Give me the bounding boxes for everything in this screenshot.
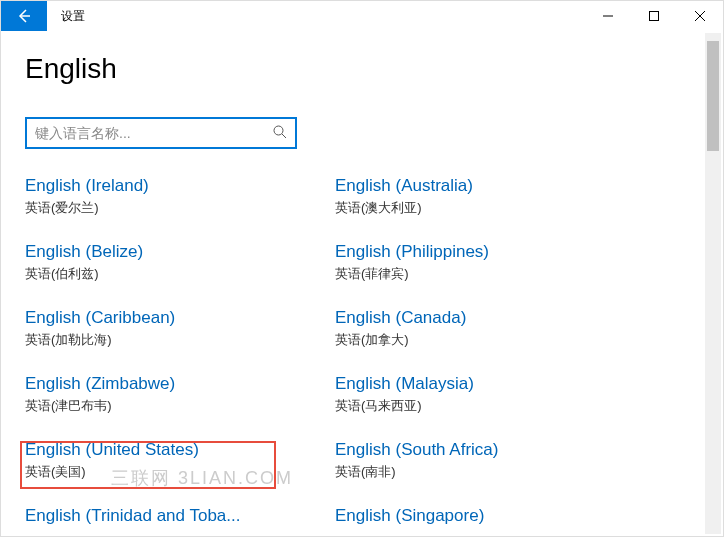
svg-point-1 — [274, 126, 283, 135]
language-english-name: English (Malaysia) — [335, 373, 615, 395]
language-english-name: English (Canada) — [335, 307, 615, 329]
language-english-name: English (Singapore) — [335, 505, 615, 527]
list-item[interactable]: English (Trinidad and Toba... — [25, 503, 335, 531]
language-english-name: English (Zimbabwe) — [25, 373, 305, 395]
language-english-name: English (Trinidad and Toba... — [25, 505, 305, 527]
list-item[interactable]: English (Belize)英语(伯利兹) — [25, 239, 335, 285]
language-local-name: 英语(南非) — [335, 463, 645, 481]
language-local-name: 英语(马来西亚) — [335, 397, 645, 415]
page-title: English — [25, 53, 699, 85]
search-input[interactable] — [35, 125, 273, 141]
list-item[interactable]: English (Singapore) — [335, 503, 645, 531]
scrollbar-thumb[interactable] — [707, 41, 719, 151]
maximize-button[interactable] — [631, 1, 677, 31]
list-item[interactable]: English (Malaysia)英语(马来西亚) — [335, 371, 645, 417]
list-item[interactable]: English (Caribbean)英语(加勒比海) — [25, 305, 335, 351]
svg-rect-0 — [650, 12, 659, 21]
language-column-right: English (Australia)英语(澳大利亚) English (Phi… — [335, 173, 645, 536]
scrollbar[interactable] — [705, 33, 721, 534]
search-icon — [273, 125, 287, 142]
language-local-name: 英语(菲律宾) — [335, 265, 645, 283]
language-english-name: English (Ireland) — [25, 175, 305, 197]
close-icon — [695, 11, 705, 21]
language-local-name: 英语(津巴布韦) — [25, 397, 335, 415]
content-area: English English (Ireland)英语(爱尔兰) English… — [1, 31, 723, 536]
list-item[interactable]: English (Australia)英语(澳大利亚) — [335, 173, 645, 219]
language-english-name: English (Philippines) — [335, 241, 615, 263]
language-english-name: English (Australia) — [335, 175, 615, 197]
list-item[interactable]: English (Canada)英语(加拿大) — [335, 305, 645, 351]
language-column-left: English (Ireland)英语(爱尔兰) English (Belize… — [25, 173, 335, 536]
window-title: 设置 — [47, 1, 99, 31]
language-english-name: English (Caribbean) — [25, 307, 305, 329]
language-english-name: English (South Africa) — [335, 439, 615, 461]
language-english-name: English (United States) — [25, 439, 305, 461]
minimize-icon — [603, 11, 613, 21]
language-local-name: 英语(澳大利亚) — [335, 199, 645, 217]
arrow-left-icon — [16, 8, 32, 24]
list-item[interactable]: English (United States)英语(美国) — [25, 437, 335, 483]
search-box[interactable] — [25, 117, 297, 149]
language-local-name: 英语(伯利兹) — [25, 265, 335, 283]
language-local-name: 英语(美国) — [25, 463, 335, 481]
maximize-icon — [649, 11, 659, 21]
minimize-button[interactable] — [585, 1, 631, 31]
language-list: English (Ireland)英语(爱尔兰) English (Belize… — [25, 173, 699, 536]
language-local-name: 英语(加拿大) — [335, 331, 645, 349]
language-english-name: English (Belize) — [25, 241, 305, 263]
list-item[interactable]: English (South Africa)英语(南非) — [335, 437, 645, 483]
language-local-name: 英语(爱尔兰) — [25, 199, 335, 217]
titlebar: 设置 — [1, 1, 723, 31]
list-item[interactable]: English (Ireland)英语(爱尔兰) — [25, 173, 335, 219]
back-button[interactable] — [1, 1, 47, 31]
language-local-name: 英语(加勒比海) — [25, 331, 335, 349]
list-item[interactable]: English (Zimbabwe)英语(津巴布韦) — [25, 371, 335, 417]
list-item[interactable]: English (Philippines)英语(菲律宾) — [335, 239, 645, 285]
close-button[interactable] — [677, 1, 723, 31]
